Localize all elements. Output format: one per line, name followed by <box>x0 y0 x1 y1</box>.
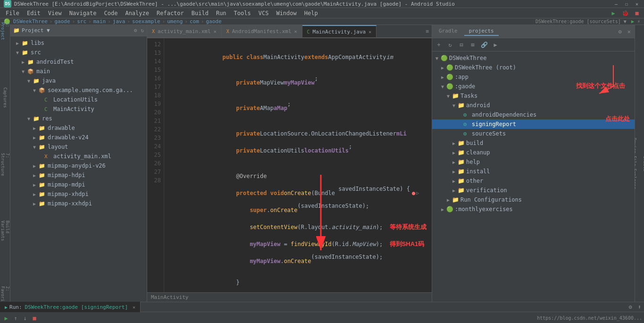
tree-main[interactable]: ▼ 📦 main <box>10 67 147 76</box>
menu-vcs[interactable]: VCS <box>255 9 273 17</box>
gradle-settings-icon[interactable]: ⚙ <box>617 28 624 35</box>
menu-code[interactable]: Code <box>100 9 122 17</box>
menu-window[interactable]: Window <box>272 9 300 17</box>
menu-tools[interactable]: Tools <box>230 9 255 17</box>
gradle-build[interactable]: ▶ 📁 build <box>432 138 635 148</box>
tree-mainactivity[interactable]: C MainActivity <box>10 104 147 114</box>
tree-libs[interactable]: ▶ 📁 libs <box>10 38 147 48</box>
gradle-monthlyexercises[interactable]: ▶ 🟢 :monthlyexercises <box>432 204 635 214</box>
menu-analyze[interactable]: Analyze <box>121 9 153 17</box>
bc-soexample[interactable]: soexample <box>132 18 160 25</box>
gradle-other[interactable]: ▶ 📁 other <box>432 176 635 186</box>
menu-refactor[interactable]: Refactor <box>153 9 188 17</box>
tree-mipmap-mdpi[interactable]: ▶ 📁 mipmap-mdpi <box>10 180 147 189</box>
gradle-tab-gradle[interactable]: Gradle <box>434 27 462 36</box>
menu-view[interactable]: View <box>44 9 66 17</box>
tree-androidtest[interactable]: ▶ 📁 androidTest <box>10 57 147 67</box>
editor-footer: MainActivity <box>147 292 432 302</box>
tree-package[interactable]: ▼ 📦 soexample.umeng.com.ga... <box>10 85 147 95</box>
gradle-install[interactable]: ▶ 📁 install <box>432 167 635 176</box>
tree-src[interactable]: ▼ 📁 src <box>10 48 147 57</box>
gradle-dsweekthree[interactable]: ▼ 🟢 DSWeekThree <box>432 53 635 63</box>
gradle-sidebar-tab[interactable]: Gradle <box>642 152 644 175</box>
code-line-12 <box>168 40 428 49</box>
debug-button[interactable]: 🐞 <box>620 8 630 18</box>
gradle-link-btn[interactable]: 🔗 <box>479 40 489 50</box>
code-editor[interactable]: public class MainActivity extends AppCom… <box>164 38 432 292</box>
bc-main[interactable]: main <box>93 18 106 25</box>
run-panel-settings[interactable]: ⚙ <box>626 304 635 310</box>
gradle-close-icon[interactable]: ✕ <box>626 28 633 35</box>
tree-drawable[interactable]: ▶ 📁 drawable <box>10 123 147 133</box>
captures-icon[interactable]: Captures <box>1 94 9 102</box>
gradle-run-configurations[interactable]: ▶ 📁 Run Configurations <box>432 195 635 204</box>
gradle-tasks[interactable]: ▼ 📁 Tasks <box>432 91 635 101</box>
code-line-19: private LocationSource.OnLocationChanged… <box>168 125 428 142</box>
bc-src[interactable]: src <box>77 18 86 25</box>
bc-umeng[interactable]: umeng <box>167 18 183 25</box>
tree-res[interactable]: ▼ 📁 res <box>10 114 147 123</box>
code-line-26: myMapView = findViewById(R.id.MapView); … <box>168 236 428 253</box>
gradle-app[interactable]: ▶ 🟢 :app <box>432 72 635 82</box>
gradle-android-dependencies[interactable]: ⚙ androidDependencies <box>432 110 635 119</box>
menu-run[interactable]: Run <box>212 9 230 17</box>
tree-mipmap-xxhdpi[interactable]: ▶ 📁 mipmap-xxhdpi <box>10 199 147 208</box>
gradle-tab-projects[interactable]: projects <box>464 27 499 36</box>
gradle-source-sets[interactable]: ⚙ sourceSets <box>432 129 635 138</box>
bc-java[interactable]: java <box>113 18 125 25</box>
gradle-tabs: Gradle projects ⚙ ✕ <box>432 25 635 38</box>
bc-gaode[interactable]: gaode <box>54 18 70 25</box>
sync-icon[interactable]: ↻ <box>141 27 144 34</box>
maximize-button[interactable]: ☐ <box>623 0 630 7</box>
gradle-run-btn[interactable]: ▶ <box>491 40 500 50</box>
gradle-collapse-btn[interactable]: ⊟ <box>457 40 466 50</box>
menu-navigate[interactable]: Navigate <box>66 9 100 17</box>
gradle-cleanup[interactable]: ▶ 📁 cleanup <box>432 148 635 157</box>
run-scroll-down-btn[interactable]: ↓ <box>21 314 29 323</box>
tree-java[interactable]: ▼ 📁 java <box>10 76 147 85</box>
close-button[interactable]: ✕ <box>634 0 640 7</box>
run-tab-close[interactable]: ✕ <box>133 305 135 310</box>
gradle-dsweekthree-root[interactable]: ▶ 🟢 DSWeekThree (root) <box>432 63 635 72</box>
run-panel-expand[interactable]: ⬆ <box>635 304 644 310</box>
gradle-expand-btn[interactable]: ⊞ <box>468 40 477 50</box>
run-tab[interactable]: ▶ Run: DSWeekThree:gaode [signingReport]… <box>0 302 141 312</box>
stop-button[interactable]: ■ <box>632 8 642 18</box>
minimize-button[interactable]: — <box>613 0 619 7</box>
bc-project[interactable]: DSWeekThree <box>13 18 48 25</box>
build-variants-icon[interactable]: Build Variants <box>1 227 9 235</box>
run-scroll-up-btn[interactable]: ↑ <box>11 314 20 323</box>
tree-locationutils[interactable]: C LocationUtils <box>10 95 147 104</box>
structure-icon[interactable]: 7: Structure <box>1 160 9 169</box>
menu-build[interactable]: Build <box>188 9 212 17</box>
settings-icon[interactable]: ⚙ <box>134 27 137 34</box>
bc-gaode2[interactable]: gaode <box>206 18 221 25</box>
tree-drawable-v24[interactable]: ▶ 📁 drawable-v24 <box>10 133 147 142</box>
run-footer-link: https://blog.csdn.net/weixin_43600... <box>537 315 642 321</box>
bc-com[interactable]: com <box>190 18 199 25</box>
tab-androidmanifest-xml[interactable]: X AndroidManifest.xml ✕ <box>222 25 302 37</box>
tab-activity-main-xml[interactable]: X activity_main.xml ✕ <box>147 25 222 37</box>
gradle-android[interactable]: ▼ 📁 android <box>432 101 635 110</box>
tree-mipmap-hdpi[interactable]: ▶ 📁 mipmap-hdpi <box>10 170 147 180</box>
gradle-gaode[interactable]: ▼ 🟢 :gaode <box>432 82 635 91</box>
menu-file[interactable]: File <box>2 9 23 17</box>
gradle-signing-report[interactable]: ⚙ signingReport <box>432 119 635 129</box>
gradle-add-btn[interactable]: + <box>434 40 443 50</box>
tab-mainactivity-java[interactable]: C MainActivity.java ✕ <box>302 25 377 37</box>
code-line-13: public class MainActivity extends AppCom… <box>168 49 428 66</box>
gradle-verification[interactable]: ▶ 📁 verification <box>432 186 635 195</box>
tree-layout[interactable]: ▼ 📁 layout <box>10 142 147 152</box>
project-icon[interactable]: 1: Project <box>1 27 9 35</box>
gradle-help[interactable]: ▶ 📁 help <box>432 157 635 167</box>
run-button[interactable]: ▶ <box>608 8 619 18</box>
tree-activity-main-xml[interactable]: X activity_main.xml <box>10 152 147 161</box>
tree-mipmap-xhdpi[interactable]: ▶ 📁 mipmap-xhdpi <box>10 189 147 199</box>
run-stop-btn[interactable]: ■ <box>30 314 39 323</box>
favorites-icon[interactable]: 2: Favorites <box>1 293 9 302</box>
menu-edit[interactable]: Edit <box>23 9 44 17</box>
run-resume-btn[interactable]: ▶ <box>2 314 10 323</box>
tree-mipmap-anydpi[interactable]: ▶ 📁 mipmap-anydpi-v26 <box>10 161 147 170</box>
gradle-refresh-btn[interactable]: ↻ <box>445 40 455 50</box>
menu-help[interactable]: Help <box>301 9 322 17</box>
